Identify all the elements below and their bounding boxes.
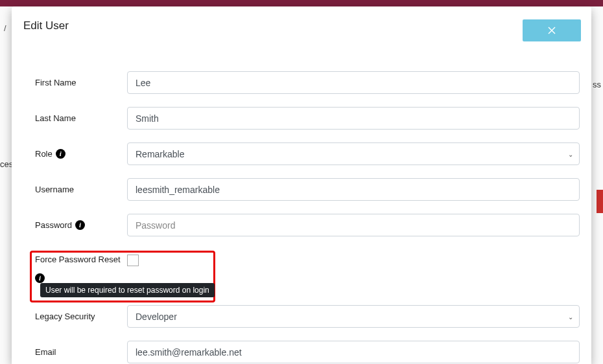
row-last-name: Last Name xyxy=(35,107,580,130)
email-input[interactable] xyxy=(127,341,580,363)
row-password: Password i xyxy=(35,214,580,236)
label-password: Password i xyxy=(35,220,127,230)
modal-title: Edit User xyxy=(23,19,69,32)
label-password-text: Password xyxy=(35,220,72,230)
first-name-input[interactable] xyxy=(127,71,580,94)
close-icon xyxy=(548,27,556,34)
label-force-reset: Force Password Reset xyxy=(35,255,121,264)
label-username: Username xyxy=(35,185,127,194)
row-force-reset: Force Password Reset i User will be requ… xyxy=(35,255,580,283)
bg-red-button xyxy=(597,190,603,213)
force-reset-tooltip: User will be required to reset password … xyxy=(40,283,215,297)
row-role: Role i Remarkable ⌄ xyxy=(35,142,580,165)
label-role: Role i xyxy=(35,149,127,159)
top-bar xyxy=(0,0,603,6)
label-last-name: Last Name xyxy=(35,113,127,123)
username-input[interactable] xyxy=(127,178,580,201)
row-first-name: First Name xyxy=(35,71,580,94)
close-button[interactable] xyxy=(523,19,581,41)
force-reset-checkbox[interactable] xyxy=(127,255,139,266)
modal-header: Edit User xyxy=(12,6,591,49)
row-email: Email xyxy=(35,341,580,363)
label-first-name: First Name xyxy=(35,78,127,87)
row-legacy-security: Legacy Security Developer ⌄ xyxy=(35,305,580,328)
info-icon[interactable]: i xyxy=(35,273,45,283)
label-email: Email xyxy=(35,347,127,357)
last-name-input[interactable] xyxy=(127,107,580,130)
bg-text-ss: ss xyxy=(593,80,601,89)
legacy-security-select[interactable]: Developer xyxy=(127,305,580,328)
edit-user-modal: Edit User First Name Last Name Role i xyxy=(12,6,591,364)
role-select[interactable]: Remarkable xyxy=(127,142,580,165)
modal-body: First Name Last Name Role i Remarkable xyxy=(12,49,591,363)
breadcrumb-slash: / xyxy=(4,23,6,33)
label-legacy-security: Legacy Security xyxy=(35,312,127,321)
row-username: Username xyxy=(35,178,580,201)
info-icon[interactable]: i xyxy=(56,149,65,159)
label-role-text: Role xyxy=(35,149,53,159)
password-input[interactable] xyxy=(127,214,580,236)
info-icon[interactable]: i xyxy=(75,220,85,230)
